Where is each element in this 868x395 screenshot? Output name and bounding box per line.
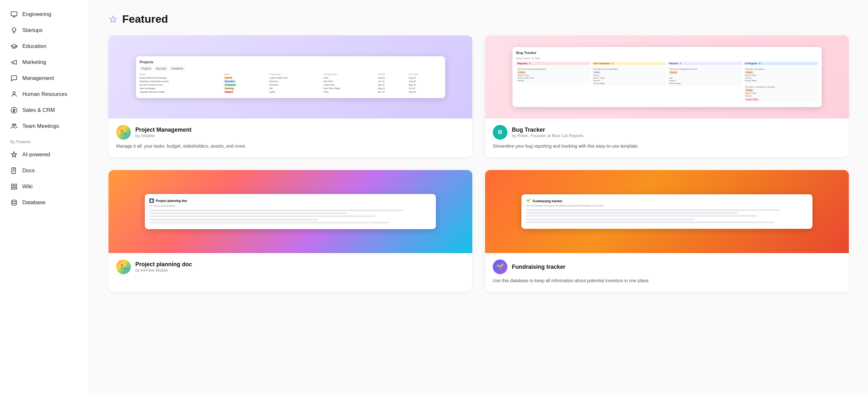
sidebar-item-label: Wiki: [22, 184, 33, 190]
sidebar-item-database[interactable]: Database: [0, 195, 89, 210]
card-info-project-management: Project Management by Airtable Manage it…: [108, 118, 472, 157]
card-info-fundraising-tracker: 🌱 Fundraising tracker Use this database …: [485, 253, 849, 292]
card-name-block: Project planning doc by AirFlow Mobile: [135, 261, 192, 273]
chat-bubble-icon: [10, 75, 18, 82]
card-author-row: Project Management by Airtable: [116, 125, 465, 140]
mini-table-preview: Projects Projects By Lead Deadlines Name…: [136, 56, 445, 98]
star-icon: ☆: [108, 13, 118, 25]
avatar: 🌱: [493, 259, 507, 274]
card-template-name: Project planning doc: [135, 261, 192, 268]
svg-rect-14: [119, 128, 128, 137]
svg-point-7: [14, 124, 16, 125]
card-info-project-planning-doc: Project planning doc by AirFlow Mobile: [108, 253, 472, 285]
svg-rect-0: [11, 12, 17, 16]
svg-point-6: [12, 124, 14, 126]
card-info-bug-tracker: R Bug Tracker by Robin, Founder at Blue …: [485, 118, 849, 157]
sidebar-item-sales-crm[interactable]: Sales & CRM: [0, 102, 89, 118]
database-icon: [10, 199, 18, 206]
template-card-bug-tracker[interactable]: Bug Tracker ■ Bug Tracker ⊞ Table Report…: [485, 35, 849, 157]
sidebar-item-label: Docs: [22, 167, 35, 174]
card-name-block: Fundraising tracker: [512, 264, 565, 271]
by-feature-section-label: By Feature: [0, 134, 89, 147]
fundraising-mini-preview: 🌱 Fundraising tracker Use this database …: [521, 194, 812, 229]
card-preview-project-planning-doc: 📄 Project planning doc Fri, 03.04 | AirF…: [108, 170, 472, 253]
featured-title: Featured: [122, 13, 168, 25]
sidebar-item-human-resources[interactable]: Human Resources: [0, 86, 89, 102]
avatar: [116, 259, 131, 274]
card-description: Use this database to keep all informatio…: [493, 277, 841, 284]
sidebar-item-ai-powered[interactable]: AI-powered: [0, 147, 89, 163]
sidebar-item-team-meetings[interactable]: Team Meetings: [0, 118, 89, 134]
graduation-cap-icon: [10, 43, 18, 50]
card-description: Streamline your bug reporting and tracki…: [493, 143, 841, 149]
sidebar: Engineering Startups Education: [0, 0, 89, 395]
megaphone-icon: [10, 58, 18, 66]
sidebar-item-label: Sales & CRM: [22, 107, 55, 113]
sidebar-item-docs[interactable]: Docs: [0, 163, 89, 179]
avatar: R: [493, 125, 507, 140]
card-name-block: Bug Tracker by Robin, Founder at Blue Ca…: [512, 126, 583, 138]
sidebar-item-label: Human Resources: [22, 91, 67, 97]
sidebar-item-startups[interactable]: Startups: [0, 22, 89, 38]
dollar-circle-icon: [10, 106, 18, 114]
avatar: [116, 125, 131, 140]
card-author-row: Project planning doc by AirFlow Mobile: [116, 259, 465, 274]
card-author-row: 🌱 Fundraising tracker: [493, 259, 841, 274]
card-author-by: by Airtable: [135, 133, 191, 138]
card-name-block: Project Management by Airtable: [135, 126, 191, 138]
card-preview-bug-tracker: Bug Tracker ■ Bug Tracker ⊞ Table Report…: [485, 35, 849, 118]
lightbulb-icon: [10, 27, 18, 34]
svg-rect-11: [11, 187, 13, 189]
cards-grid: Projects Projects By Lead Deadlines Name…: [108, 35, 849, 292]
sidebar-item-label: Marketing: [22, 59, 46, 65]
person-icon: [10, 90, 18, 98]
sidebar-item-marketing[interactable]: Marketing: [0, 54, 89, 70]
card-template-name: Bug Tracker: [512, 126, 583, 133]
main-content: ☆ Featured Projects Projects By Lead Dea…: [89, 0, 868, 395]
grid-icon: [10, 183, 18, 191]
card-author-by: by AirFlow Mobile: [135, 268, 192, 273]
card-preview-fundraising-tracker: 🌱 Fundraising tracker Use this database …: [485, 170, 849, 253]
template-card-fundraising-tracker[interactable]: 🌱 Fundraising tracker Use this database …: [485, 170, 849, 292]
sidebar-item-label: Management: [22, 75, 54, 82]
sidebar-item-label: AI-powered: [22, 151, 50, 158]
card-author-row: R Bug Tracker by Robin, Founder at Blue …: [493, 125, 841, 140]
card-author-by: by Robin, Founder at Blue Cat Reports: [512, 133, 583, 138]
card-template-name: Fundraising tracker: [512, 264, 565, 271]
monitor-icon: [10, 10, 18, 18]
sidebar-item-label: Team Meetings: [22, 123, 59, 130]
bug-tracker-mini-preview: Bug Tracker ■ Bug Tracker ⊞ Table Report…: [513, 47, 822, 107]
template-card-project-management[interactable]: Projects Projects By Lead Deadlines Name…: [108, 35, 472, 157]
card-template-name: Project Management: [135, 126, 191, 133]
doc-mini-preview: 📄 Project planning doc Fri, 03.04 | AirF…: [145, 194, 436, 229]
svg-rect-9: [11, 184, 13, 186]
sidebar-item-management[interactable]: Management: [0, 70, 89, 86]
card-description: Manage it all: your tasks, budget, stake…: [116, 143, 465, 149]
svg-rect-8: [12, 168, 16, 173]
sidebar-item-label: Education: [22, 43, 46, 50]
featured-header: ☆ Featured: [108, 13, 849, 25]
svg-rect-10: [15, 184, 17, 186]
sidebar-item-engineering[interactable]: Engineering: [0, 6, 89, 22]
doc-icon: [10, 167, 18, 174]
sidebar-item-label: Startups: [22, 27, 42, 33]
people-icon: [10, 122, 18, 130]
sidebar-item-label: Database: [22, 199, 45, 206]
svg-point-4: [13, 92, 15, 94]
svg-rect-12: [15, 187, 17, 189]
svg-point-13: [12, 200, 17, 202]
sidebar-item-label: Engineering: [22, 11, 51, 18]
sidebar-nav: Engineering Startups Education: [0, 6, 89, 210]
sidebar-item-wiki[interactable]: Wiki: [0, 179, 89, 195]
sparkle-icon: [10, 151, 18, 159]
sidebar-item-education[interactable]: Education: [0, 38, 89, 54]
card-preview-project-management: Projects Projects By Lead Deadlines Name…: [108, 35, 472, 118]
template-card-project-planning-doc[interactable]: 📄 Project planning doc Fri, 03.04 | AirF…: [108, 170, 472, 292]
